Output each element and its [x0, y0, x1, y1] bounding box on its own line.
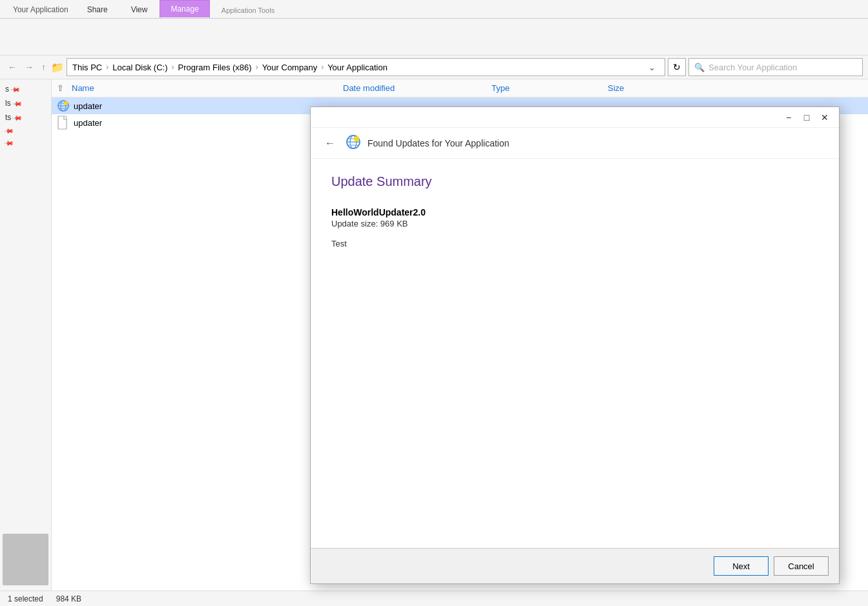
col-header-date[interactable]: Date modified [340, 82, 489, 94]
close-button[interactable]: ✕ [816, 110, 834, 125]
status-bar: 1 selected 984 KB [0, 591, 868, 606]
sep-3: › [256, 63, 258, 72]
pin-icon-1: 📌 [10, 84, 21, 94]
file-icon-doc-2 [57, 116, 70, 129]
sidebar-label-1: s [5, 85, 9, 94]
dialog-body: Update Summary HelloWorldUpdater2.0 Upda… [311, 159, 839, 548]
svg-point-5 [64, 101, 68, 105]
col-header-size[interactable]: Size [605, 82, 702, 94]
minimize-button[interactable]: − [780, 110, 798, 125]
breadcrumb-thispc[interactable]: This PC [72, 63, 102, 72]
nav-up-icon[interactable]: ↑ [39, 62, 48, 72]
cancel-button[interactable]: Cancel [774, 556, 829, 576]
dialog-back-button[interactable]: ← [321, 136, 339, 150]
sep-1: › [106, 63, 108, 72]
ribbon-commands [0, 19, 868, 55]
update-item: HelloWorldUpdater2.0 Update size: 969 KB [331, 207, 818, 228]
update-summary-title: Update Summary [331, 174, 818, 189]
dialog-titlebar: − □ ✕ [311, 107, 839, 128]
address-bar[interactable]: This PC › Local Disk (C:) › Program File… [67, 58, 665, 76]
sidebar-label-2: ls [5, 99, 11, 108]
file-icon-globe-1 [57, 99, 70, 112]
ribbon-app-tab: Your Application [5, 1, 76, 18]
search-icon: 🔍 [694, 63, 705, 72]
col-header-type[interactable]: Type [489, 82, 605, 94]
sidebar-item-2[interactable]: ls 📌 [0, 96, 51, 110]
breadcrumb-dropdown-icon[interactable]: ⌄ [645, 63, 659, 72]
pin-icon-5: 📌 [4, 137, 14, 148]
tab-manage[interactable]: Manage [160, 0, 209, 18]
file-name-2: updater [74, 118, 332, 128]
refresh-button[interactable]: ↻ [668, 58, 686, 76]
dialog-header-title: Found Updates for Your Application [367, 138, 510, 148]
sep-2: › [171, 63, 174, 72]
update-dialog: − □ ✕ ← Found Updates for Your Applicati… [310, 106, 840, 584]
col-header-name[interactable]: Name [69, 82, 340, 94]
folder-nav-icon: 📁 [51, 61, 64, 74]
tools-label: Application Tools [214, 3, 282, 18]
nav-back-icon[interactable]: ← [5, 62, 19, 72]
sidebar-item-1[interactable]: s 📌 [0, 82, 51, 96]
dialog-footer: Next Cancel [311, 548, 839, 583]
sidebar-item-5[interactable]: 📌 [0, 137, 51, 149]
breadcrumb-app[interactable]: Your Application [327, 63, 388, 72]
sidebar-label-3: ts [5, 113, 11, 122]
breadcrumb-company[interactable]: Your Company [262, 63, 318, 72]
update-size: Update size: 969 KB [331, 219, 818, 228]
selection-status: 1 selected [8, 594, 43, 603]
tab-view[interactable]: View [120, 1, 159, 18]
dialog-header: ← Found Updates for Your Application [311, 128, 839, 159]
search-bar[interactable]: 🔍 Search Your Application [688, 58, 863, 76]
pin-icon-4: 📌 [4, 125, 14, 136]
sort-up-icon[interactable]: ⇧ [57, 83, 64, 93]
tab-share[interactable]: Share [76, 1, 119, 18]
sidebar: s 📌 ls 📌 ts 📌 📌 📌 [0, 79, 52, 591]
nav-forward-icon[interactable]: → [22, 62, 36, 72]
maximize-button[interactable]: □ [798, 110, 816, 125]
address-bar-row: ← → ↑ 📁 This PC › Local Disk (C:) › Prog… [0, 56, 868, 79]
svg-point-13 [354, 136, 359, 141]
size-status: 984 KB [56, 594, 81, 603]
breadcrumb-programfiles[interactable]: Program Files (x86) [178, 63, 251, 72]
sidebar-item-3[interactable]: ts 📌 [0, 110, 51, 125]
sidebar-item-4[interactable]: 📌 [0, 125, 51, 137]
file-name-1: updater [74, 101, 332, 111]
file-list-header: ⇧ Name Date modified Type Size [52, 79, 868, 97]
breadcrumb-localdisk[interactable]: Local Disk (C:) [112, 63, 167, 72]
sidebar-scrollbar[interactable] [3, 534, 48, 585]
dialog-app-icon [346, 134, 361, 152]
pin-icon-3: 📌 [12, 112, 23, 123]
ribbon-tabs: Your Application Share View Manage Appli… [0, 0, 868, 19]
svg-rect-6 [58, 116, 67, 129]
search-placeholder: Search Your Application [708, 63, 797, 72]
refresh-icon: ↻ [673, 62, 681, 72]
ribbon: Your Application Share View Manage Appli… [0, 0, 868, 56]
sep-4: › [321, 63, 324, 72]
pin-icon-2: 📌 [12, 98, 23, 108]
update-name: HelloWorldUpdater2.0 [331, 207, 818, 217]
update-description: Test [331, 239, 818, 248]
next-button[interactable]: Next [714, 556, 769, 576]
